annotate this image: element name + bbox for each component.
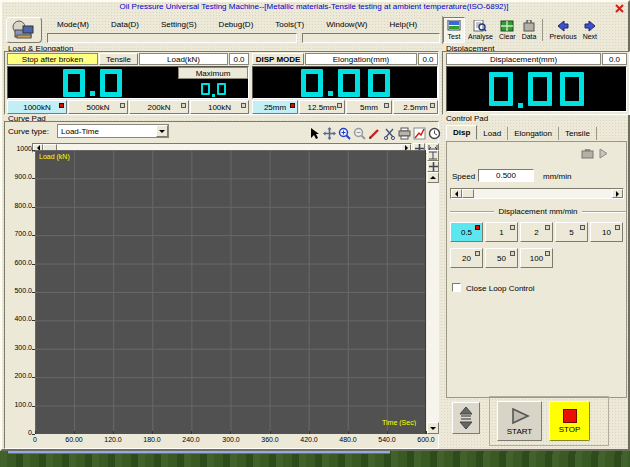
v-pan-button[interactable] bbox=[427, 161, 439, 172]
y-tick: 600.0 bbox=[6, 259, 32, 266]
main-toolbar: Test Analyse Clear Data Previous Next bbox=[442, 16, 630, 44]
preset-0-5[interactable]: 0.5 bbox=[450, 222, 483, 242]
slider-thumb[interactable] bbox=[462, 189, 474, 198]
test-icon bbox=[447, 20, 461, 32]
preset-20[interactable]: 20 bbox=[450, 248, 483, 268]
preset-5[interactable]: 5 bbox=[555, 222, 588, 242]
elongation-range-5mm[interactable]: 5mm bbox=[346, 100, 392, 114]
y-tick: 300.0 bbox=[6, 344, 32, 351]
y-axis-labels: 1000 900.0 800.0 700.0 600.0 500.0 400.0… bbox=[4, 150, 33, 440]
curve-type-dropdown[interactable]: Load-Time bbox=[57, 124, 169, 138]
scissors-icon[interactable] bbox=[383, 127, 396, 140]
elongation-range-2-5mm[interactable]: 2.5mm bbox=[393, 100, 438, 114]
preset-section-label: Displacement mm/min bbox=[498, 207, 577, 216]
start-button[interactable]: START bbox=[497, 401, 542, 441]
stop-button[interactable]: STOP bbox=[549, 401, 590, 441]
preset-label: 10 bbox=[602, 228, 611, 237]
preset-1[interactable]: 1 bbox=[485, 222, 518, 242]
elongation-value-display bbox=[253, 67, 437, 98]
load-range-200kn[interactable]: 200kN bbox=[129, 100, 189, 114]
preset-10[interactable]: 10 bbox=[590, 222, 623, 242]
slider-left-button[interactable] bbox=[451, 189, 462, 198]
preset-indicator bbox=[475, 225, 480, 230]
curve-type-dropdown-button[interactable] bbox=[156, 125, 168, 137]
maximum-value-display bbox=[178, 80, 248, 98]
elongation-range-25mm[interactable]: 25mm bbox=[252, 100, 298, 114]
preset-2[interactable]: 2 bbox=[520, 222, 553, 242]
preset-50[interactable]: 50 bbox=[485, 248, 518, 268]
data-button[interactable]: Data bbox=[519, 17, 540, 43]
preset-label: 2 bbox=[534, 228, 538, 237]
scroll-up-icon bbox=[430, 173, 436, 179]
data-label: Data bbox=[522, 33, 537, 40]
cursor-icon[interactable] bbox=[308, 127, 321, 140]
divider-line bbox=[582, 211, 626, 213]
close-button[interactable] bbox=[614, 3, 625, 13]
close-loop-checkbox[interactable] bbox=[452, 283, 461, 292]
plot-y-axis-label: Load (kN) bbox=[39, 153, 70, 160]
menu-item-data[interactable]: Data(D) bbox=[108, 19, 142, 30]
load-range-100kn[interactable]: 100kN bbox=[190, 100, 249, 114]
machine-logo-icon bbox=[11, 20, 37, 40]
menu-item-help[interactable]: Help(H) bbox=[387, 19, 421, 30]
stop-square-icon bbox=[563, 409, 577, 423]
tensile-button[interactable]: Tensile bbox=[99, 53, 138, 65]
tab-load[interactable]: Load bbox=[477, 127, 508, 140]
speed-slider[interactable] bbox=[450, 188, 624, 199]
stop-after-broken-toggle[interactable]: Stop after broken bbox=[7, 53, 98, 65]
y-tick: 1000 bbox=[6, 145, 32, 152]
next-button[interactable]: Next bbox=[580, 17, 600, 43]
menu-item-mode[interactable]: Mode(M) bbox=[54, 19, 92, 30]
time-axis-dropdown-button[interactable] bbox=[427, 422, 439, 434]
v-scroll-up-button[interactable] bbox=[427, 172, 439, 183]
zoom-in-icon[interactable] bbox=[338, 127, 351, 140]
pen-icon[interactable] bbox=[368, 127, 381, 140]
displacement-display bbox=[446, 66, 627, 112]
range-label: 25mm bbox=[264, 103, 286, 112]
elongation-range-12-5mm[interactable]: 12.5mm bbox=[299, 100, 345, 114]
load-range-500kn[interactable]: 500kN bbox=[68, 100, 128, 114]
previous-button[interactable]: Previous bbox=[546, 17, 579, 43]
toolbar-strip-right bbox=[302, 33, 440, 43]
load-header: Load(kN) bbox=[139, 53, 228, 65]
preset-indicator bbox=[545, 225, 550, 230]
briefcase-icon bbox=[581, 148, 594, 159]
apply-arrow-icon[interactable] bbox=[598, 148, 608, 159]
preset-100[interactable]: 100 bbox=[520, 248, 553, 268]
tab-disp[interactable]: Disp bbox=[446, 125, 477, 140]
load-range-1000kn[interactable]: 1000kN bbox=[7, 100, 67, 114]
speed-input[interactable] bbox=[478, 169, 534, 182]
range-indicator bbox=[241, 103, 246, 108]
menu-item-window[interactable]: Window(W) bbox=[323, 19, 370, 30]
chart-icon[interactable] bbox=[413, 127, 426, 140]
menu-item-setting[interactable]: Setting(S) bbox=[158, 19, 200, 30]
jog-button[interactable] bbox=[452, 402, 480, 434]
v-pan-icon bbox=[429, 162, 438, 171]
curve-toolbar bbox=[308, 127, 441, 140]
preset-indicator bbox=[545, 251, 550, 256]
fit-height-button[interactable] bbox=[427, 150, 439, 161]
range-indicator bbox=[430, 103, 435, 108]
jog-up-down-icon bbox=[458, 406, 474, 430]
x-tick: 120.0 bbox=[96, 436, 130, 443]
start-label: START bbox=[507, 427, 532, 436]
zoom-out-icon[interactable] bbox=[353, 127, 366, 140]
elongation-header-value: 0.0 bbox=[418, 53, 438, 65]
tab-tensile[interactable]: Tensile bbox=[559, 127, 597, 140]
clock-icon[interactable] bbox=[428, 127, 441, 140]
chart-plot-area[interactable]: Load (kN) Time (Sec) bbox=[35, 150, 426, 434]
menu-item-tools[interactable]: Tools(T) bbox=[272, 19, 307, 30]
printer-icon[interactable] bbox=[398, 127, 411, 140]
clear-button[interactable]: Clear bbox=[496, 17, 519, 43]
tab-elongation[interactable]: Elongation bbox=[508, 127, 559, 140]
pan-icon[interactable] bbox=[323, 127, 336, 140]
range-indicator bbox=[181, 103, 186, 108]
x-tick: 420.0 bbox=[292, 436, 326, 443]
maximum-label: Maximum bbox=[178, 67, 248, 79]
chart-v-scrollbar[interactable] bbox=[427, 150, 439, 434]
analyse-button[interactable]: Analyse bbox=[465, 17, 496, 43]
test-button[interactable]: Test bbox=[443, 17, 465, 43]
slider-right-button[interactable] bbox=[612, 189, 623, 198]
menu-item-debug[interactable]: Debug(D) bbox=[216, 19, 257, 30]
disp-mode-button[interactable]: DISP MODE bbox=[252, 53, 304, 65]
